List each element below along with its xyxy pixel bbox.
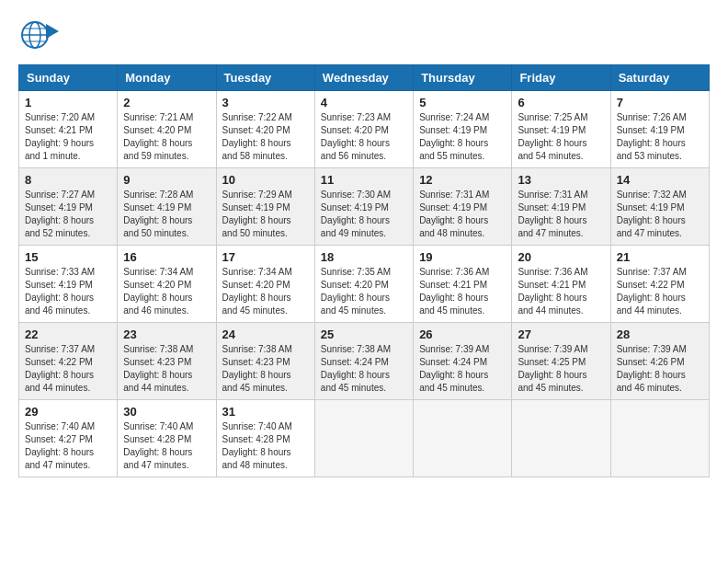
sunrise: Sunrise: 7:38 AM: [123, 344, 193, 354]
day-cell-29: 29Sunrise: 7:40 AMSunset: 4:27 PMDayligh…: [19, 400, 118, 477]
daylight: Daylight: 8 hours and 49 minutes.: [321, 215, 390, 238]
day-info: Sunrise: 7:34 AMSunset: 4:20 PMDaylight:…: [222, 266, 309, 317]
day-number: 27: [518, 327, 604, 341]
sunset: Sunset: 4:22 PM: [617, 280, 685, 290]
daylight: Daylight: 8 hours and 44 minutes.: [25, 370, 94, 393]
day-cell-8: 8Sunrise: 7:27 AMSunset: 4:19 PMDaylight…: [19, 168, 118, 246]
day-info: Sunrise: 7:34 AMSunset: 4:20 PMDaylight:…: [123, 266, 210, 317]
day-number: 2: [123, 96, 210, 109]
sunset: Sunset: 4:28 PM: [123, 434, 191, 444]
day-number: 21: [617, 250, 703, 264]
sunset: Sunset: 4:20 PM: [123, 280, 191, 290]
daylight: Daylight: 8 hours and 53 minutes.: [617, 138, 686, 161]
sunset: Sunset: 4:24 PM: [321, 357, 389, 367]
weekday-header-friday: Friday: [512, 65, 610, 91]
daylight: Daylight: 8 hours and 59 minutes.: [123, 138, 192, 161]
sunrise: Sunrise: 7:39 AM: [419, 344, 489, 354]
day-number: 23: [123, 327, 210, 341]
sunrise: Sunrise: 7:32 AM: [617, 190, 687, 200]
day-cell-22: 22Sunrise: 7:37 AMSunset: 4:22 PMDayligh…: [19, 323, 118, 400]
day-number: 11: [321, 173, 407, 187]
daylight: Daylight: 8 hours and 44 minutes.: [518, 293, 586, 316]
day-info: Sunrise: 7:31 AMSunset: 4:19 PMDaylight:…: [518, 189, 604, 240]
day-number: 30: [123, 405, 210, 419]
sunrise: Sunrise: 7:36 AM: [518, 267, 587, 277]
weekday-header-tuesday: Tuesday: [216, 65, 314, 91]
sunset: Sunset: 4:25 PM: [518, 357, 586, 367]
day-number: 12: [419, 173, 506, 187]
header: [18, 15, 710, 55]
daylight: Daylight: 8 hours and 55 minutes.: [419, 138, 488, 161]
day-cell-13: 13Sunrise: 7:31 AMSunset: 4:19 PMDayligh…: [512, 168, 610, 246]
day-number: 24: [222, 327, 309, 341]
sunset: Sunset: 4:21 PM: [25, 125, 93, 135]
sunset: Sunset: 4:24 PM: [419, 357, 487, 367]
day-info: Sunrise: 7:37 AMSunset: 4:22 PMDaylight:…: [25, 343, 111, 395]
day-info: Sunrise: 7:28 AMSunset: 4:19 PMDaylight:…: [123, 189, 210, 240]
day-number: 29: [25, 405, 111, 419]
sunset: Sunset: 4:20 PM: [222, 280, 290, 290]
sunrise: Sunrise: 7:38 AM: [321, 344, 391, 354]
day-number: 1: [25, 96, 111, 109]
daylight: Daylight: 8 hours and 45 minutes.: [222, 293, 291, 316]
week-row-5: 29Sunrise: 7:40 AMSunset: 4:27 PMDayligh…: [19, 400, 710, 477]
day-info: Sunrise: 7:26 AMSunset: 4:19 PMDaylight:…: [617, 111, 703, 163]
sunrise: Sunrise: 7:25 AM: [518, 112, 587, 122]
daylight: Daylight: 9 hours and 1 minute.: [25, 138, 94, 161]
empty-cell: [414, 400, 512, 477]
day-info: Sunrise: 7:39 AMSunset: 4:25 PMDaylight:…: [518, 343, 604, 395]
day-number: 16: [123, 250, 210, 264]
sunset: Sunset: 4:19 PM: [222, 202, 290, 213]
sunset: Sunset: 4:20 PM: [123, 125, 191, 135]
day-number: 19: [419, 250, 506, 264]
sunset: Sunset: 4:23 PM: [222, 357, 290, 367]
sunset: Sunset: 4:19 PM: [25, 202, 93, 213]
daylight: Daylight: 8 hours and 45 minutes.: [419, 370, 488, 393]
sunset: Sunset: 4:19 PM: [419, 125, 487, 135]
sunset: Sunset: 4:20 PM: [222, 125, 290, 135]
day-number: 10: [222, 173, 309, 187]
day-cell-20: 20Sunrise: 7:36 AMSunset: 4:21 PMDayligh…: [512, 246, 610, 323]
sunrise: Sunrise: 7:20 AM: [25, 112, 95, 122]
sunrise: Sunrise: 7:40 AM: [222, 421, 292, 431]
day-cell-24: 24Sunrise: 7:38 AMSunset: 4:23 PMDayligh…: [216, 323, 314, 400]
day-cell-5: 5Sunrise: 7:24 AMSunset: 4:19 PMDaylight…: [414, 91, 512, 168]
daylight: Daylight: 8 hours and 45 minutes.: [321, 370, 390, 393]
day-number: 20: [518, 250, 604, 264]
daylight: Daylight: 8 hours and 44 minutes.: [123, 370, 192, 393]
day-cell-9: 9Sunrise: 7:28 AMSunset: 4:19 PMDaylight…: [118, 168, 216, 246]
day-number: 14: [617, 173, 703, 187]
weekday-header-wednesday: Wednesday: [314, 65, 413, 91]
day-info: Sunrise: 7:27 AMSunset: 4:19 PMDaylight:…: [25, 189, 111, 240]
day-cell-16: 16Sunrise: 7:34 AMSunset: 4:20 PMDayligh…: [118, 246, 216, 323]
sunrise: Sunrise: 7:21 AM: [123, 112, 193, 122]
day-cell-15: 15Sunrise: 7:33 AMSunset: 4:19 PMDayligh…: [19, 246, 118, 323]
sunset: Sunset: 4:27 PM: [25, 434, 93, 444]
day-info: Sunrise: 7:24 AMSunset: 4:19 PMDaylight:…: [419, 111, 506, 163]
logo-icon: [18, 15, 59, 55]
logo: [18, 15, 64, 55]
sunset: Sunset: 4:19 PM: [617, 202, 685, 213]
day-cell-4: 4Sunrise: 7:23 AMSunset: 4:20 PMDaylight…: [314, 91, 413, 168]
daylight: Daylight: 8 hours and 45 minutes.: [321, 293, 390, 316]
day-info: Sunrise: 7:32 AMSunset: 4:19 PMDaylight:…: [617, 189, 703, 240]
daylight: Daylight: 8 hours and 56 minutes.: [321, 138, 390, 161]
day-info: Sunrise: 7:37 AMSunset: 4:22 PMDaylight:…: [617, 266, 703, 317]
day-cell-26: 26Sunrise: 7:39 AMSunset: 4:24 PMDayligh…: [414, 323, 512, 400]
day-number: 28: [617, 327, 703, 341]
day-cell-28: 28Sunrise: 7:39 AMSunset: 4:26 PMDayligh…: [610, 323, 709, 400]
day-info: Sunrise: 7:38 AMSunset: 4:24 PMDaylight:…: [321, 343, 407, 395]
daylight: Daylight: 8 hours and 48 minutes.: [222, 447, 291, 470]
day-cell-21: 21Sunrise: 7:37 AMSunset: 4:22 PMDayligh…: [610, 246, 709, 323]
page: SundayMondayTuesdayWednesdayThursdayFrid…: [0, 0, 728, 492]
day-info: Sunrise: 7:36 AMSunset: 4:21 PMDaylight:…: [419, 266, 506, 317]
daylight: Daylight: 8 hours and 45 minutes.: [222, 370, 291, 393]
day-number: 13: [518, 173, 604, 187]
day-cell-23: 23Sunrise: 7:38 AMSunset: 4:23 PMDayligh…: [118, 323, 216, 400]
daylight: Daylight: 8 hours and 45 minutes.: [419, 293, 488, 316]
day-number: 4: [321, 96, 407, 109]
weekday-header-thursday: Thursday: [414, 65, 512, 91]
day-info: Sunrise: 7:25 AMSunset: 4:19 PMDaylight:…: [518, 111, 604, 163]
weekday-header-saturday: Saturday: [610, 65, 709, 91]
day-info: Sunrise: 7:20 AMSunset: 4:21 PMDaylight:…: [25, 111, 111, 163]
